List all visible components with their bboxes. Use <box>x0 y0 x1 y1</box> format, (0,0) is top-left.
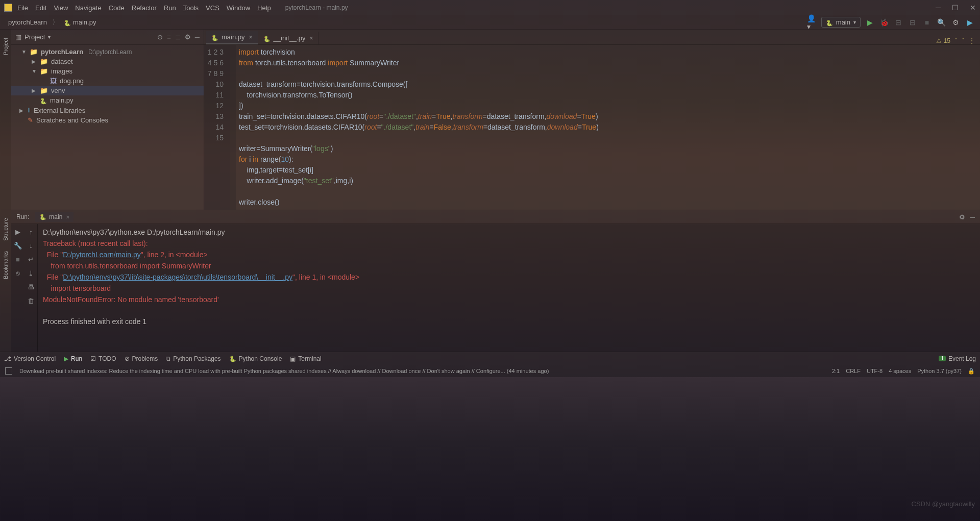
debug-button[interactable]: 🐞 <box>879 17 889 28</box>
expand-all-icon[interactable]: ≡ <box>167 33 171 41</box>
modify-run-icon[interactable]: 🔧 <box>14 242 22 250</box>
editor-menu-icon[interactable]: ⋮ <box>969 37 975 44</box>
code-text[interactable]: import torchvision from torch.utils.tens… <box>236 45 980 210</box>
profile-button[interactable]: ⊟ <box>908 17 918 28</box>
rail-structure[interactable]: Structure <box>3 218 9 241</box>
tree-label: Scratches and Consoles <box>36 116 108 124</box>
minimize-button[interactable]: ─ <box>936 4 941 12</box>
soft-wrap-icon[interactable]: ↵ <box>28 256 34 263</box>
tree-item-dataset[interactable]: ▶ 📁 dataset <box>11 57 204 66</box>
breadcrumb-separator-icon: 〉 <box>52 18 59 27</box>
maximize-button[interactable]: ☐ <box>952 4 959 12</box>
collapse-all-icon[interactable]: ≣ <box>175 33 181 41</box>
image-file-icon: 🖼 <box>50 77 57 85</box>
prev-highlight-icon[interactable]: ˄ <box>954 37 958 44</box>
project-view-selector[interactable]: ▥ Project ▾ <box>15 33 51 41</box>
editor-tab-init[interactable]: __init__.py × <box>258 32 319 44</box>
stop-run-icon[interactable]: ■ <box>16 256 20 263</box>
inspection-warning-icon[interactable]: ⚠ 15 <box>936 37 950 44</box>
console-link[interactable]: D:\python\envs\py37\lib\site-packages\to… <box>63 273 292 281</box>
menu-code[interactable]: Code <box>109 4 125 12</box>
menu-navigate[interactable]: Navigate <box>75 4 101 12</box>
tool-todo[interactable]: ☑TODO <box>90 355 116 362</box>
interpreter-info[interactable]: Python 3.7 (py37) <box>917 368 962 374</box>
tree-label: dataset <box>51 58 73 65</box>
lock-icon[interactable]: 🔒 <box>968 368 975 375</box>
close-run-tab-icon[interactable]: × <box>66 214 69 220</box>
learn-ide-icon[interactable]: ▶ <box>965 17 975 28</box>
menu-vcs[interactable]: VCS <box>206 4 219 12</box>
tool-terminal[interactable]: ▣Terminal <box>290 355 321 362</box>
breadcrumb-file[interactable]: main.py <box>61 17 100 27</box>
down-trace-icon[interactable]: ↓ <box>29 242 33 250</box>
print-icon[interactable]: 🖶 <box>28 283 34 291</box>
tree-item-images[interactable]: ▼ 📁 images <box>11 66 204 76</box>
expand-icon[interactable]: ▶ <box>32 59 37 64</box>
run-tab-main[interactable]: main × <box>35 212 73 222</box>
tool-python-console[interactable]: Python Console <box>229 355 282 362</box>
close-tab-icon[interactable]: × <box>249 34 253 41</box>
rerun-icon[interactable]: ▶ <box>15 228 20 236</box>
up-trace-icon[interactable]: ↑ <box>29 228 33 236</box>
run-config-selector[interactable]: main ▾ <box>821 17 861 28</box>
line-separator[interactable]: CRLF <box>846 368 861 374</box>
navigation-bar: pytorchLearn 〉 main.py 👤▾ main ▾ ▶ 🐞 ⊟ ⊟… <box>0 15 980 30</box>
expand-icon[interactable]: ▼ <box>21 49 27 55</box>
rail-project[interactable]: Project <box>3 38 9 55</box>
console-output[interactable]: D:\python\envs\py37\python.exe D:/pytorc… <box>38 224 980 352</box>
rail-bookmarks[interactable]: Bookmarks <box>3 251 9 279</box>
tool-run[interactable]: ▶Run <box>64 355 82 362</box>
menu-window[interactable]: Window <box>227 4 250 12</box>
hide-run-icon[interactable]: ─ <box>970 213 975 221</box>
next-highlight-icon[interactable]: ˅ <box>962 37 965 44</box>
expand-icon[interactable]: ▶ <box>19 108 24 113</box>
tree-root[interactable]: ▼ 📁 pytorchLearn D:\pytorchLearn <box>11 47 204 57</box>
coverage-button[interactable]: ⊟ <box>893 17 903 28</box>
close-tab-icon[interactable]: × <box>309 35 313 42</box>
run-button[interactable]: ▶ <box>865 17 875 28</box>
menu-refactor[interactable]: Refactor <box>132 4 157 12</box>
caret-position[interactable]: 2:1 <box>832 368 840 374</box>
console-actions-rail: ↑ ↓ ↵ ⤓ 🖶 🗑 <box>24 224 38 352</box>
menu-help[interactable]: Help <box>257 4 271 12</box>
run-settings-icon[interactable]: ⚙ <box>959 213 965 221</box>
hide-panel-icon[interactable]: ─ <box>195 33 200 41</box>
tree-item-dogpng[interactable]: 🖼 dog.png <box>11 76 204 86</box>
indent-info[interactable]: 4 spaces <box>889 368 911 374</box>
locate-file-icon[interactable]: ⊙ <box>157 33 163 41</box>
left-tool-rail-lower: Structure Bookmarks <box>0 210 11 352</box>
add-user-icon[interactable]: 👤▾ <box>807 17 817 28</box>
scroll-end-icon[interactable]: ⤓ <box>28 269 34 277</box>
menu-edit[interactable]: Edit <box>35 4 46 12</box>
stop-button[interactable]: ■ <box>922 17 932 28</box>
status-menu-icon[interactable] <box>5 367 12 375</box>
menu-tools[interactable]: Tools <box>183 4 199 12</box>
status-message[interactable]: Download pre-built shared indexes: Reduc… <box>19 368 549 374</box>
expand-icon[interactable]: ▼ <box>32 68 37 74</box>
close-button[interactable]: ✕ <box>970 4 976 12</box>
editor-tab-main[interactable]: main.py × <box>206 31 258 44</box>
menu-view[interactable]: View <box>54 4 68 12</box>
menu-file[interactable]: File <box>17 4 28 12</box>
tree-item-mainpy[interactable]: main.py <box>11 95 204 105</box>
breadcrumb-project[interactable]: pytorchLearn <box>5 17 50 27</box>
code-area[interactable]: 1 2 3 4 5 6 7 8 9 10 11 12 13 14 15 impo… <box>204 45 980 210</box>
clear-icon[interactable]: 🗑 <box>28 297 34 305</box>
tree-item-venv[interactable]: ▶ 📁 venv <box>11 86 204 95</box>
search-icon[interactable]: 🔍 <box>936 17 946 28</box>
python-icon <box>826 19 833 26</box>
tool-event-log[interactable]: 1 Event Log <box>939 355 976 362</box>
exit-icon[interactable]: ⎋ <box>16 269 20 277</box>
tree-scratches[interactable]: ✎ Scratches and Consoles <box>11 115 204 125</box>
tree-external-libraries[interactable]: ▶ ⫴ External Libraries <box>11 105 204 115</box>
fold-column[interactable] <box>230 45 236 210</box>
settings-icon[interactable]: ⚙ <box>950 17 961 28</box>
tool-problems[interactable]: ⊘Problems <box>125 355 158 362</box>
tool-version-control[interactable]: ⎇Version Control <box>4 355 56 362</box>
console-link[interactable]: D:/pytorchLearn/main.py <box>63 251 141 259</box>
tool-python-packages[interactable]: ⧉Python Packages <box>166 355 220 362</box>
panel-settings-icon[interactable]: ⚙ <box>185 33 191 41</box>
menu-run[interactable]: Run <box>164 4 176 12</box>
expand-icon[interactable]: ▶ <box>32 88 37 93</box>
file-encoding[interactable]: UTF-8 <box>867 368 883 374</box>
